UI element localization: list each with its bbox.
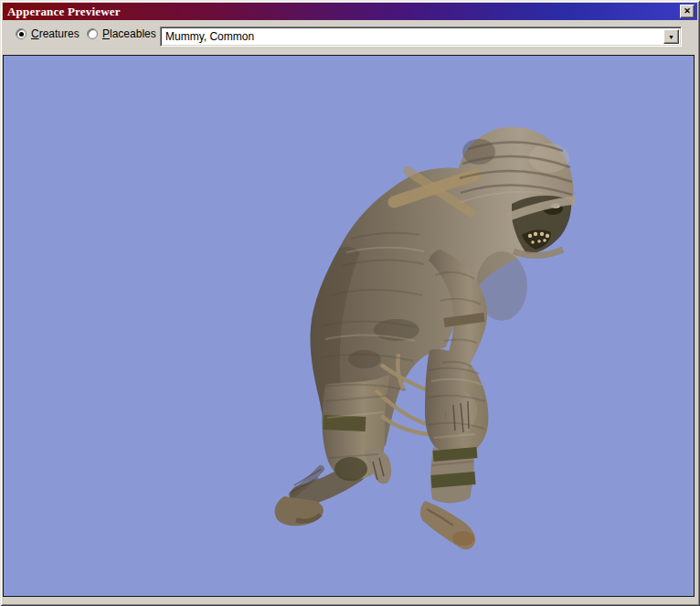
close-icon[interactable]: ✕ xyxy=(680,5,695,18)
creatures-radio-label: Creatures xyxy=(31,27,80,40)
creatures-radio[interactable]: Creatures xyxy=(16,27,80,40)
placeables-radio[interactable]: Placeables xyxy=(87,27,156,40)
model-select-combobox[interactable]: Mummy, Common ▼ xyxy=(160,27,682,47)
toolbar: Creatures Placeables Mummy, Common ▼ xyxy=(3,20,697,54)
titlebar[interactable]: Apperance Previewer ✕ xyxy=(3,3,697,20)
radio-circle-icon xyxy=(16,28,27,39)
window-title: Apperance Previewer xyxy=(3,5,121,19)
model-select-value: Mummy, Common xyxy=(165,30,659,43)
placeables-radio-label: Placeables xyxy=(102,27,156,40)
radio-circle-icon xyxy=(87,28,98,39)
chevron-down-icon[interactable]: ▼ xyxy=(663,29,679,44)
mummy-model xyxy=(4,56,694,596)
model-viewport[interactable] xyxy=(3,55,695,597)
appearance-previewer-window: Apperance Previewer ✕ Creatures Placeabl… xyxy=(0,0,700,606)
